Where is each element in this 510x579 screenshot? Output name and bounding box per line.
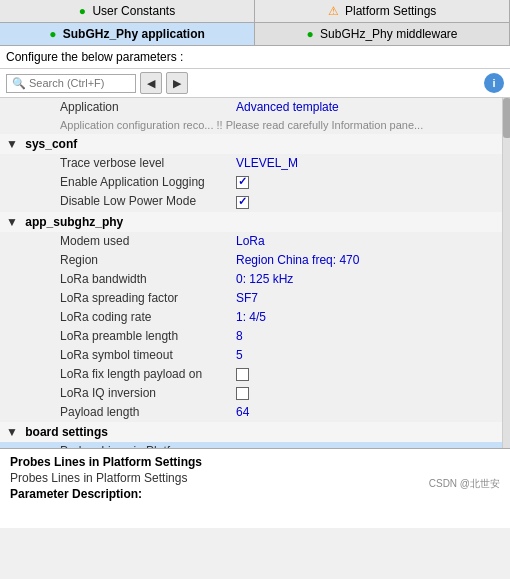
section-row-sys-conf[interactable]: ▼ sys_conf — [0, 134, 502, 155]
param-value: LoRa — [220, 232, 502, 251]
table-row-highlighted[interactable]: Probes Lines in Platform Sett... — [0, 442, 502, 448]
param-value — [220, 442, 502, 448]
search-box: 🔍 — [6, 74, 136, 93]
description-title: Probes Lines in Platform Settings — [10, 455, 500, 469]
section-row-app-subghz[interactable]: ▼ app_subghz_phy — [0, 211, 502, 232]
tab-bar-top: ● User Constants ⚠ Platform Settings — [0, 0, 510, 23]
param-value: 64 — [220, 403, 502, 422]
main-content: Application Advanced template Applicatio… — [0, 98, 510, 448]
param-value — [220, 192, 502, 211]
param-label: Region — [0, 250, 220, 269]
param-label: Disable Low Power Mode — [0, 192, 220, 211]
section-arrow-icon: ▼ — [6, 425, 18, 439]
param-label: Probes Lines in Platform Sett... — [0, 442, 220, 448]
param-value: 8 — [220, 326, 502, 345]
section-arrow-icon: ▼ — [6, 215, 18, 229]
param-value — [220, 383, 502, 402]
param-label: Application — [0, 98, 220, 117]
param-label: LoRa preamble length — [0, 326, 220, 345]
param-label: Trace verbose level — [0, 154, 220, 173]
param-label: Payload length — [0, 403, 220, 422]
checkbox-enable-logging[interactable] — [236, 176, 249, 189]
right-scrollbar[interactable] — [502, 98, 510, 448]
table-row: Modem used LoRa — [0, 232, 502, 251]
green-dot-icon-mw: ● — [307, 27, 314, 41]
param-label: LoRa spreading factor — [0, 288, 220, 307]
param-value — [220, 364, 502, 383]
table-row: LoRa bandwidth 0: 125 kHz — [0, 269, 502, 288]
content-area[interactable]: Application Advanced template Applicatio… — [0, 98, 502, 448]
configure-bar: Configure the below parameters : — [0, 46, 510, 69]
param-label: LoRa bandwidth — [0, 269, 220, 288]
scrollbar-thumb[interactable] — [503, 98, 510, 138]
table-row: LoRa spreading factor SF7 — [0, 288, 502, 307]
tab-subghz-phy-mw[interactable]: ● SubGHz_Phy middleware — [255, 23, 510, 45]
green-check-icon: ● — [79, 4, 86, 18]
table-row: LoRa IQ inversion — [0, 383, 502, 402]
table-row: Enable Application Logging — [0, 173, 502, 192]
param-label: LoRa IQ inversion — [0, 383, 220, 402]
param-value: Region China freq: 470 — [220, 250, 502, 269]
table-row: Application Advanced template — [0, 98, 502, 117]
section-row-board-settings[interactable]: ▼ board settings — [0, 422, 502, 443]
param-label: LoRa fix length payload on — [0, 364, 220, 383]
checkbox-iq-inversion[interactable] — [236, 387, 249, 400]
table-row: Region Region China freq: 470 — [0, 250, 502, 269]
table-row: Trace verbose level VLEVEL_M — [0, 154, 502, 173]
tab-platform-settings[interactable]: ⚠ Platform Settings — [255, 0, 510, 22]
tab-subghz-phy-app[interactable]: ● SubGHz_Phy application — [0, 23, 255, 45]
table-row: LoRa preamble length 8 — [0, 326, 502, 345]
tab-bar-second: ● SubGHz_Phy application ● SubGHz_Phy mi… — [0, 23, 510, 46]
green-dot-icon-app: ● — [49, 27, 56, 41]
param-value: SF7 — [220, 288, 502, 307]
param-label: Modem used — [0, 232, 220, 251]
param-value: Advanced template — [220, 98, 502, 117]
params-table: Application Advanced template Applicatio… — [0, 98, 502, 448]
param-value: 0: 125 kHz — [220, 269, 502, 288]
next-button[interactable]: ▶ — [166, 72, 188, 94]
app-description: Application configuration reco... !! Ple… — [0, 117, 502, 134]
table-row: LoRa symbol timeout 5 — [0, 345, 502, 364]
table-row: LoRa fix length payload on — [0, 364, 502, 383]
param-label: Enable Application Logging — [0, 173, 220, 192]
description-text: Probes Lines in Platform Settings — [10, 471, 500, 485]
table-row: Application configuration reco... !! Ple… — [0, 117, 502, 134]
info-button[interactable]: i — [484, 73, 504, 93]
param-value — [220, 173, 502, 192]
warning-icon: ⚠ — [328, 4, 339, 18]
checkbox-fix-length[interactable] — [236, 368, 249, 381]
search-input[interactable] — [29, 77, 129, 89]
param-value: 1: 4/5 — [220, 307, 502, 326]
section-arrow-icon: ▼ — [6, 137, 18, 151]
prev-button[interactable]: ◀ — [140, 72, 162, 94]
param-description-label: Parameter Description: — [10, 487, 500, 501]
search-icon: 🔍 — [12, 77, 26, 90]
param-label: LoRa coding rate — [0, 307, 220, 326]
table-row: Disable Low Power Mode — [0, 192, 502, 211]
tab-user-constants[interactable]: ● User Constants — [0, 0, 255, 22]
param-label: LoRa symbol timeout — [0, 345, 220, 364]
checkbox-disable-low-power[interactable] — [236, 196, 249, 209]
table-row: Payload length 64 — [0, 403, 502, 422]
toolbar: 🔍 ◀ ▶ i — [0, 69, 510, 98]
param-value: 5 — [220, 345, 502, 364]
param-value: VLEVEL_M — [220, 154, 502, 173]
table-row: LoRa coding rate 1: 4/5 — [0, 307, 502, 326]
watermark: CSDN @北世安 — [429, 477, 500, 491]
